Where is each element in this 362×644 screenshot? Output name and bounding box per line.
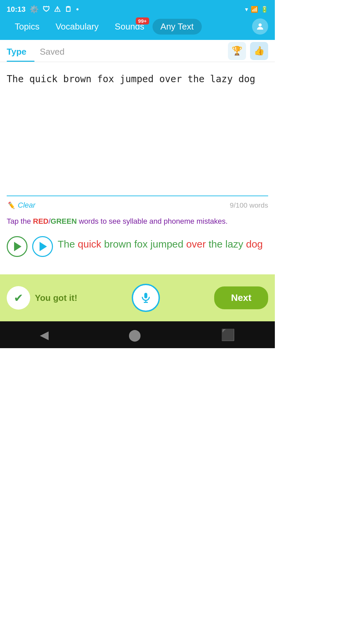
next-button[interactable]: Next [214,286,268,309]
word-jumped[interactable]: jumped [150,238,186,250]
word-over[interactable]: over [186,238,209,250]
instruction-green: GREEN [51,217,77,225]
instruction-text: Tap the RED/GREEN words to see syllable … [0,213,275,232]
clear-button[interactable]: ✏️ Clear [7,201,36,210]
pencil-icon: ✏️ [7,201,15,209]
result-row: The quick brown fox jumped over the lazy… [0,232,275,261]
nav-any-text[interactable]: Any Text [153,19,202,35]
recents-button[interactable]: ⬛ [221,328,235,341]
play-button-green[interactable] [7,236,27,257]
svg-rect-1 [144,293,147,299]
nav-vocabulary[interactable]: Vocabulary [48,19,107,35]
clear-row: ✏️ Clear 9/100 words [0,198,275,213]
nav-topics[interactable]: Topics [7,19,48,35]
instruction-red: RED [33,217,48,225]
clipboard-icon: 🗒 [65,5,72,14]
home-button[interactable]: ⬤ [128,328,141,341]
dot-icon: • [76,5,79,14]
shield-icon: 🛡 [43,5,50,14]
gear-icon: ⚙️ [29,5,39,14]
text-area-section: The quick brown fox jumped over the lazy… [0,62,275,198]
tab-saved[interactable]: Saved [40,40,73,62]
word-brown[interactable]: brown [104,238,134,250]
result-text: The quick brown fox jumped over the lazy… [58,236,268,252]
user-avatar[interactable] [252,18,268,35]
sounds-badge: 99+ [136,17,149,24]
word-dog[interactable]: dog [246,238,263,250]
tab-type[interactable]: Type [7,40,35,62]
status-bar: 10:13 ⚙️ 🛡 ⚠ 🗒 • ▾ 📶 🔋 [0,0,275,18]
bottom-nav-bar: ◀ ⬤ ⬛ [0,321,275,348]
top-nav: Topics Vocabulary Sounds 99+ Any Text [0,18,275,40]
word-count: 9/100 words [230,201,268,209]
bottom-action-bar: ✔ You got it! Next [0,274,275,321]
instruction-suffix: words to see syllable and phoneme mistak… [77,217,228,225]
play-icon-green [14,242,21,251]
word-lazy[interactable]: lazy [225,238,246,250]
word-fox[interactable]: fox [134,238,150,250]
word-quick[interactable]: quick [78,238,104,250]
word-the[interactable]: The [58,238,78,250]
instruction-prefix: Tap the [7,217,33,225]
tabs-actions: 🏆 👍 [228,42,268,60]
battery-icon: 🔋 [261,6,268,13]
checkmark-icon: ✔ [14,291,23,305]
svg-point-0 [258,23,261,26]
nav-sounds[interactable]: Sounds 99+ [107,19,152,35]
you-got-it-label: You got it! [35,293,77,303]
play-button-blue[interactable] [32,236,53,257]
status-time: 10:13 [7,5,25,14]
feedback-button[interactable]: 👍 [250,42,268,60]
text-input[interactable]: The quick brown fox jumped over the lazy… [7,69,268,196]
mic-button[interactable] [132,284,160,312]
check-circle: ✔ [7,286,30,310]
play-icon-blue [40,242,47,251]
trophy-button[interactable]: 🏆 [228,42,246,60]
tabs-row: Type Saved 🏆 👍 [0,40,275,62]
back-button[interactable]: ◀ [40,328,49,341]
signal-icon: 📶 [251,6,258,13]
word-the2[interactable]: the [208,238,225,250]
warning-icon: ⚠ [54,5,61,14]
wifi-icon: ▾ [245,6,248,13]
